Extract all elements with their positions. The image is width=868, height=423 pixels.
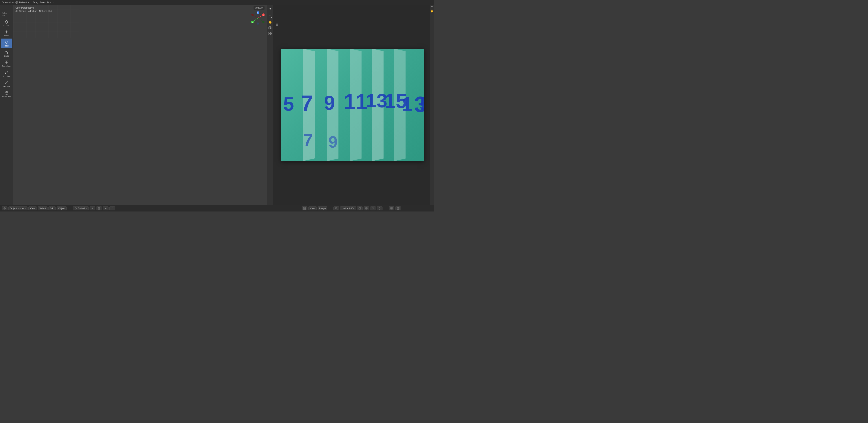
svg-point-95: [335, 207, 337, 209]
cursor-label: Cursor: [3, 24, 9, 27]
select-box-icon: [4, 7, 9, 12]
image-menu-btn[interactable]: Image: [317, 206, 328, 210]
render-display-icon: [390, 207, 393, 210]
svg-marker-11: [5, 41, 6, 42]
svg-point-71: [257, 23, 259, 25]
viewport-perspective: User Perspective: [16, 6, 52, 9]
close-image-icon: [372, 207, 374, 210]
toolbar-annotate[interactable]: Annotate: [1, 69, 12, 79]
orientation-dropdown-arrow[interactable]: ▼: [28, 1, 30, 3]
svg-point-93: [99, 208, 99, 209]
toolbar-move[interactable]: Move: [1, 28, 12, 38]
measure-icon: [4, 80, 9, 85]
svg-line-77: [271, 17, 272, 18]
drag-control[interactable]: Drag: Select Box ▼: [33, 1, 54, 4]
scene-icon-btn[interactable]: [2, 206, 7, 210]
svg-point-89: [75, 207, 76, 209]
select-box-label: Select Box: [2, 12, 11, 17]
svg-line-18: [7, 72, 7, 72]
grid-view-icon[interactable]: [268, 31, 273, 36]
zoom-level-icon: [335, 207, 338, 210]
annotate-label: Annotate: [2, 75, 10, 77]
display-size-btn[interactable]: [395, 206, 401, 210]
drag-value: Select Box: [40, 1, 52, 4]
svg-point-92: [98, 207, 100, 209]
image-viewer[interactable]: ⊕ 5 7 9 11 13 15 1 3 5 7 9 ◀: [271, 5, 434, 205]
view-menu-btn[interactable]: View: [28, 206, 37, 210]
transform-icon: [4, 60, 9, 64]
add-cube-label: Add Cube: [2, 95, 11, 97]
svg-rect-98: [359, 207, 361, 209]
user-icon[interactable]: [430, 5, 434, 9]
viewport-sidebar-icons: ◀ ✋: [267, 5, 273, 205]
svg-rect-86: [271, 34, 272, 35]
bottom-bar-left: Object Mode ▼ View Select Add Object Glo…: [0, 206, 169, 210]
snap-icon: [91, 207, 94, 210]
render-num-5-right: 5: [420, 93, 424, 115]
scene-icon: [3, 207, 6, 210]
bottom-bar: Object Mode ▼ View Select Add Object Glo…: [0, 205, 434, 212]
keying-icon: [111, 207, 114, 210]
pan-icon[interactable]: ✋: [268, 19, 273, 25]
render-num-11: 11: [344, 89, 367, 114]
camera-icon[interactable]: [268, 25, 273, 30]
svg-rect-97: [359, 208, 361, 209]
proportional-edit-btn[interactable]: [96, 206, 102, 210]
orientation-label: Global: [78, 207, 85, 210]
toolbar-add-cube[interactable]: Add Cube: [1, 89, 12, 99]
left-toolbar: Select Box Cursor Move Rotate Scale Tran…: [0, 5, 13, 205]
toolbar-select-box[interactable]: Select Box: [1, 6, 12, 18]
toolbar-measure[interactable]: Measure: [1, 79, 12, 89]
view-menu-image-btn[interactable]: View: [308, 206, 317, 210]
hand-icon[interactable]: 🖐: [430, 9, 434, 13]
toolbar-rotate[interactable]: Rotate: [1, 38, 12, 48]
orientation-control[interactable]: Orientation: Default ▼: [2, 1, 30, 4]
svg-rect-99: [366, 209, 367, 209]
svg-text:X: X: [263, 14, 264, 16]
orientation-btn[interactable]: Global ▼: [73, 206, 89, 210]
svg-rect-12: [5, 51, 6, 52]
add-menu-btn[interactable]: Add: [49, 206, 56, 210]
render-num-9: 9: [324, 92, 335, 114]
object-mode-btn[interactable]: Object Mode ▼: [8, 206, 28, 210]
add-cube-icon: [4, 90, 9, 95]
render-display-btn[interactable]: [389, 206, 394, 210]
image-action-btn3[interactable]: [370, 206, 376, 210]
object-mode-arrow: ▼: [24, 207, 26, 209]
viewport-options-button[interactable]: Options: [253, 6, 265, 10]
svg-rect-106: [397, 207, 399, 209]
filename-display[interactable]: Untitled.004: [340, 206, 356, 210]
image-action-btn1[interactable]: [357, 206, 363, 210]
render-num-5-partial: 5: [283, 93, 294, 115]
drag-dropdown-arrow[interactable]: ▼: [52, 1, 54, 3]
toolbar-scale[interactable]: Scale: [1, 49, 12, 58]
collapse-arrow-icon[interactable]: ◀: [268, 6, 273, 11]
image-action-btn4[interactable]: [377, 206, 382, 210]
svg-point-91: [92, 208, 93, 209]
toolbar-cursor[interactable]: Cursor: [1, 18, 12, 28]
zoom-icon[interactable]: [268, 13, 273, 19]
bottom-bar-right: View Image Untitled.004: [300, 206, 434, 210]
rotate-icon: [4, 40, 9, 44]
image-editor-type-btn[interactable]: [302, 206, 307, 210]
image-action-btn2[interactable]: [364, 206, 369, 210]
toolbar-transform[interactable]: Transform: [1, 59, 12, 68]
object-menu-btn[interactable]: Object: [57, 206, 67, 210]
keying-btn[interactable]: [110, 206, 115, 210]
navigation-gizmo[interactable]: Z X Y: [251, 11, 265, 25]
pin-image-icon: [378, 207, 381, 210]
zoom-level-btn[interactable]: [334, 206, 339, 210]
move-icon: [4, 30, 9, 34]
svg-line-19: [5, 82, 8, 84]
editor-type-btn[interactable]: [103, 206, 108, 210]
svg-point-75: [262, 21, 265, 23]
svg-point-4: [5, 21, 8, 23]
move-label: Move: [4, 35, 9, 37]
render-num-13: 13: [366, 89, 388, 112]
3d-viewport[interactable]: 1 3 4 2 4 User Perspective (0) Scene Col…: [13, 5, 271, 205]
snap-btn[interactable]: [90, 206, 95, 210]
transform-label: Transform: [2, 65, 11, 67]
select-menu-btn[interactable]: Select: [38, 206, 48, 210]
viewport-scene-info: (0) Scene Collection | Sphere.004: [16, 9, 52, 13]
annotate-icon: [4, 70, 9, 75]
